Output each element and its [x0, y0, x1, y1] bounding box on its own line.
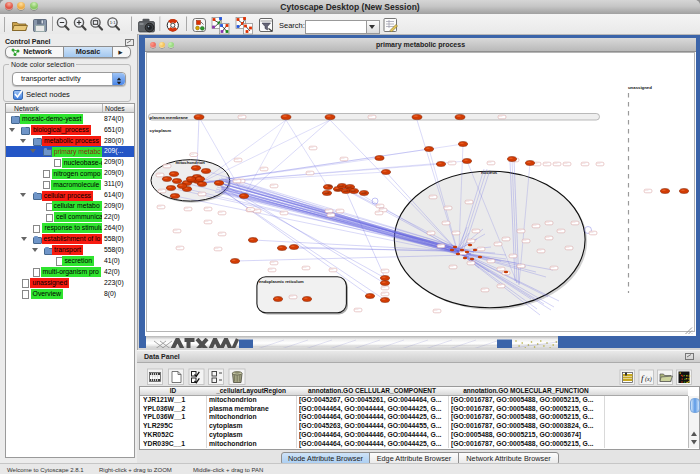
svg-text:····: ····	[488, 259, 492, 263]
svg-text:····: ····	[582, 162, 586, 166]
svg-text:····: ····	[205, 207, 209, 211]
svg-text:····: ····	[538, 249, 542, 253]
svg-text:····: ····	[453, 231, 457, 235]
svg-text:····: ····	[382, 286, 386, 290]
svg-text:····: ····	[546, 236, 550, 240]
svg-text:1:1: 1:1	[110, 20, 116, 25]
svg-text:····: ····	[307, 171, 311, 175]
svg-text:····: ····	[533, 224, 537, 228]
svg-text:····: ····	[199, 192, 203, 196]
svg-text:····: ····	[460, 251, 464, 255]
svg-text:····: ····	[261, 167, 265, 171]
svg-text:····: ····	[518, 264, 522, 268]
svg-text:endoplasmic reticulum: endoplasmic reticulum	[259, 279, 304, 284]
svg-text:····: ····	[590, 231, 594, 235]
svg-text:····: ····	[185, 207, 189, 211]
svg-text:····: ····	[478, 247, 482, 251]
svg-text:····: ····	[434, 309, 438, 313]
svg-text:····: ····	[190, 153, 194, 157]
svg-text:····: ····	[382, 269, 386, 273]
svg-text:····: ····	[428, 231, 432, 235]
svg-text:····: ····	[645, 189, 649, 193]
svg-text:····: ····	[544, 162, 548, 166]
svg-text:····: ····	[495, 242, 499, 246]
svg-text:····: ····	[468, 261, 472, 265]
svg-text:····: ····	[518, 229, 522, 233]
svg-text:····: ····	[235, 158, 239, 162]
svg-text:····: ····	[337, 209, 341, 213]
svg-text:····: ····	[205, 220, 209, 224]
svg-text:····: ····	[445, 206, 449, 210]
svg-text:····: ····	[482, 288, 486, 292]
svg-text:····: ····	[498, 284, 502, 288]
svg-text:····: ····	[269, 268, 273, 272]
svg-text:····: ····	[468, 239, 472, 243]
svg-text:····: ····	[376, 211, 380, 215]
svg-text:····: ····	[330, 268, 334, 272]
svg-text:····: ····	[382, 292, 386, 296]
svg-text:····: ····	[234, 179, 238, 183]
svg-text:····: ····	[523, 239, 527, 243]
svg-text:····: ····	[310, 146, 314, 150]
svg-text:····: ····	[290, 295, 294, 299]
svg-text:····: ····	[597, 162, 601, 166]
svg-text:····: ····	[328, 213, 332, 217]
svg-text:····: ····	[177, 246, 181, 250]
svg-text:····: ····	[499, 115, 503, 119]
svg-text:····: ····	[466, 200, 470, 204]
svg-text:····: ····	[438, 244, 442, 248]
svg-text:····: ····	[215, 247, 219, 251]
svg-text:····: ····	[219, 211, 223, 215]
svg-text:····: ····	[174, 229, 178, 233]
svg-text:(x): (x)	[645, 376, 652, 383]
svg-text:mitochondrion: mitochondrion	[176, 160, 206, 165]
svg-text:unassigned: unassigned	[628, 85, 652, 90]
svg-text:····: ····	[219, 232, 223, 236]
svg-text:····: ····	[271, 184, 275, 188]
svg-text:····: ····	[158, 205, 162, 209]
svg-text:····: ····	[554, 162, 558, 166]
svg-text:····: ····	[164, 164, 168, 168]
svg-text:cytoplasm: cytoplasm	[150, 128, 172, 133]
svg-text:····: ····	[303, 266, 307, 270]
svg-text:····: ····	[566, 246, 570, 250]
svg-text:plasma membrane: plasma membrane	[150, 115, 189, 120]
svg-text:····: ····	[564, 162, 568, 166]
svg-text:····: ····	[546, 221, 550, 225]
svg-text:····: ····	[503, 237, 507, 241]
svg-text:····: ····	[239, 115, 243, 119]
svg-text:····: ····	[247, 208, 251, 212]
svg-text:····: ····	[355, 308, 359, 312]
svg-text:····: ····	[430, 195, 434, 199]
svg-text:····: ····	[271, 261, 275, 265]
svg-text:····: ····	[488, 161, 492, 165]
svg-text:····: ····	[159, 189, 163, 193]
svg-text:····: ····	[473, 229, 477, 233]
svg-text:····: ····	[281, 211, 285, 215]
svg-text:····: ····	[449, 161, 453, 165]
svg-text:····: ····	[558, 229, 562, 233]
svg-text:····: ····	[341, 157, 345, 161]
svg-text:····: ····	[572, 221, 576, 225]
svg-text:····: ····	[450, 265, 454, 269]
svg-text:····: ····	[510, 254, 514, 258]
svg-text:····: ····	[443, 221, 447, 225]
svg-text:····: ····	[551, 266, 555, 270]
svg-text:····: ····	[157, 173, 161, 177]
svg-text:····: ····	[498, 267, 502, 271]
svg-text:····: ····	[369, 115, 373, 119]
